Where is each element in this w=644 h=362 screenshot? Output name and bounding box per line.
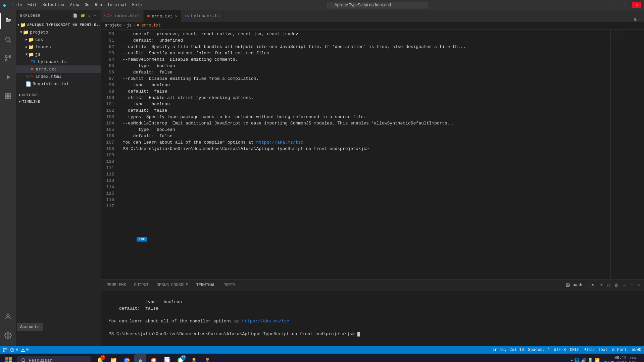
menu-help[interactable]: Help: [130, 2, 144, 8]
taskbar-avatar2-icon[interactable]: [201, 354, 213, 362]
debug-console-tab[interactable]: DEBUG CONSOLE: [153, 281, 192, 289]
window-controls[interactable]: — □ ✕: [612, 2, 641, 8]
show-hidden-icon[interactable]: ▲: [571, 359, 573, 362]
start-button[interactable]: [3, 354, 15, 362]
taskbar-notification-icon[interactable]: 🔔 11: [94, 354, 106, 362]
close-button[interactable]: ✕: [632, 2, 641, 8]
tab-erro-txt[interactable]: ■ erro.txt ✕: [144, 10, 181, 22]
menu-go[interactable]: Go: [83, 2, 91, 8]
source-control-status[interactable]: [3, 348, 7, 352]
svg-point-24: [23, 351, 23, 352]
line-number: 101: [101, 101, 114, 107]
code-line: --esModuleInterop Emit additional JavaSc…: [117, 120, 610, 126]
taskbar-search[interactable]: Pesquisar: [17, 356, 91, 362]
accounts-icon[interactable]: [0, 309, 16, 325]
source-control-icon[interactable]: [0, 50, 16, 66]
tree-item-requisitos[interactable]: 📄 Requisitos.txt: [16, 80, 101, 88]
timeline-header[interactable]: ► TIMELINE: [16, 98, 101, 105]
panel-close-icon[interactable]: ✕: [636, 282, 641, 289]
tree-item-index-html[interactable]: </> index.html: [16, 73, 101, 80]
tab-bytebank-ts[interactable]: TS bytebank.ts: [181, 10, 224, 22]
tab-index-html[interactable]: </> index.html: [101, 10, 144, 22]
search-bar[interactable]: [147, 2, 609, 8]
add-terminal-icon[interactable]: +: [599, 282, 604, 288]
language-mode[interactable]: Plain Text: [584, 348, 608, 352]
tree-item-bytebank[interactable]: TS bytebank.ts: [16, 58, 101, 65]
terminal-trash-icon[interactable]: 🗑: [613, 282, 620, 289]
split-editor-icon[interactable]: ◧: [634, 16, 637, 22]
svg-point-6: [5, 59, 7, 61]
menu-terminal[interactable]: Terminal: [105, 2, 129, 8]
tree-item-projeto[interactable]: ▼ 📁 projeto: [16, 29, 101, 36]
code-content[interactable]: one of: preserve, react, react-native, r…: [117, 30, 610, 279]
taskbar-whatsapp-icon[interactable]: 35: [175, 354, 187, 362]
taskbar-firefox-icon[interactable]: [148, 354, 160, 362]
more-actions-icon[interactable]: ⋯: [639, 16, 641, 22]
ts-file-icon: TS: [31, 60, 35, 64]
outline-header[interactable]: ► OUTLINE: [16, 92, 101, 98]
indentation[interactable]: Spaces: 4: [528, 348, 550, 352]
menu-view[interactable]: View: [67, 2, 81, 8]
port-status[interactable]: Port: 5500: [612, 348, 641, 352]
new-folder-icon[interactable]: 📁: [80, 13, 86, 18]
tab-bar-actions[interactable]: ◧ ⋯: [634, 16, 644, 22]
tree-item-images[interactable]: ► 📁 images: [16, 43, 101, 51]
collapse-icon[interactable]: ⋯: [93, 13, 97, 18]
breadcrumb-project[interactable]: projeto: [105, 23, 121, 28]
terminal-content[interactable]: type: boolean default: false You can lea…: [101, 291, 644, 346]
tab-txt-icon: ■: [147, 14, 150, 19]
tree-item-erro[interactable]: ■ erro.txt: [16, 65, 101, 73]
menu-run[interactable]: Run: [93, 2, 104, 8]
menu-file[interactable]: File: [10, 2, 24, 8]
minimize-button[interactable]: —: [612, 2, 620, 8]
new-file-icon[interactable]: 📄: [72, 13, 79, 18]
taskbar-file-explorer-icon[interactable]: 📁: [107, 354, 119, 362]
wifi-icon[interactable]: 📶: [594, 358, 600, 362]
clock[interactable]: 09:12 08/01/2024: [602, 356, 627, 362]
output-tab[interactable]: OUTPUT: [131, 281, 152, 289]
speaker-icon[interactable]: 🔊: [581, 358, 586, 362]
terminal-split-icon[interactable]: ⬚: [606, 282, 611, 289]
code-link[interactable]: https://aka.ms/tsc: [256, 140, 303, 145]
tab-close-button[interactable]: ✕: [175, 13, 178, 19]
taskbar-chrome-icon[interactable]: [121, 354, 133, 362]
errors-status[interactable]: 0 0: [10, 348, 29, 352]
svg-point-14: [7, 334, 9, 337]
tree-item-css[interactable]: ► 📁 css: [16, 36, 101, 43]
menu-edit[interactable]: Edit: [26, 2, 39, 8]
menu-bar[interactable]: File Edit Selection View Go Run Terminal…: [10, 2, 144, 8]
menu-selection[interactable]: Selection: [40, 2, 66, 8]
ports-tab[interactable]: PORTS: [220, 281, 239, 289]
refresh-icon[interactable]: ↻: [88, 13, 92, 18]
cursor-position[interactable]: Ln 16, Col 13: [493, 348, 524, 352]
battery-icon[interactable]: 🔋: [588, 358, 593, 362]
terminal-link[interactable]: https://aka.ms/tsc: [242, 319, 289, 324]
taskbar-office-icon[interactable]: 📑: [161, 354, 173, 362]
run-debug-icon[interactable]: [0, 69, 16, 85]
taskbar-vscode-icon[interactable]: ◆: [134, 354, 146, 362]
taskbar-avatar-icon[interactable]: [188, 354, 200, 362]
code-line: --outDir Specify an output folder for al…: [117, 50, 610, 56]
panel: PROBLEMS OUTPUT DEBUG CONSOLE TERMINAL P…: [101, 279, 644, 346]
search-input[interactable]: [328, 2, 428, 8]
encoding[interactable]: UTF-8: [554, 348, 566, 352]
breadcrumb-js[interactable]: js: [127, 23, 132, 28]
settings-icon[interactable]: [0, 327, 16, 344]
locale-display[interactable]: POR PTB2: [629, 357, 637, 362]
panel-actions[interactable]: pwsh - js + ⬚ 🗑 ⋯ ⌃ ✕: [564, 281, 641, 289]
network-icon[interactable]: 🌐: [574, 358, 580, 362]
maximize-button[interactable]: □: [622, 2, 630, 8]
panel-maximize-icon[interactable]: ⌃: [629, 282, 634, 289]
system-tray[interactable]: ▲ 🌐 🔊 🔋 📶: [571, 358, 600, 362]
tree-item-js[interactable]: ▼ 📁 js: [16, 51, 101, 58]
explorer-actions[interactable]: 📄 📁 ↻ ⋯: [72, 13, 97, 18]
problems-tab[interactable]: PROBLEMS: [103, 281, 130, 289]
terminal-more-icon[interactable]: ⋯: [622, 282, 627, 289]
explorer-icon[interactable]: [0, 13, 16, 29]
line-ending[interactable]: CRLF: [570, 348, 580, 352]
search-icon[interactable]: [0, 32, 16, 48]
breadcrumb-current[interactable]: ■ erro.txt: [137, 23, 161, 28]
terminal-tab[interactable]: TERMINAL: [193, 281, 219, 289]
extensions-icon[interactable]: [0, 88, 16, 104]
project-root-item[interactable]: ▼ 📁 APLIQUE TYPESCRIPT NO FRONT-E...: [16, 21, 101, 29]
